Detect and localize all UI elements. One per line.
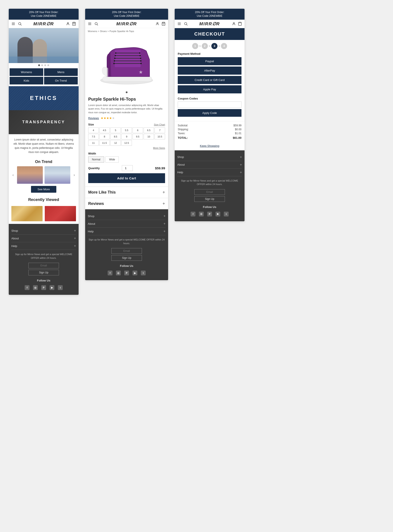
- cart-icon[interactable]: [72, 22, 76, 26]
- cart-icon-product[interactable]: [162, 22, 166, 26]
- apple-pay-btn[interactable]: Apple Pay: [178, 85, 241, 93]
- size-8-5[interactable]: 8.5: [110, 134, 121, 140]
- footer-about[interactable]: About +: [11, 235, 76, 242]
- recently-viewed-2[interactable]: [45, 206, 76, 221]
- youtube-icon-product[interactable]: ▶: [133, 271, 137, 275]
- size-9[interactable]: 9: [121, 134, 132, 140]
- dot-2[interactable]: [41, 64, 43, 66]
- footer-shop[interactable]: Shop +: [11, 227, 76, 235]
- size-6-5[interactable]: 6.5: [144, 127, 154, 133]
- recently-viewed-1[interactable]: [11, 206, 43, 221]
- youtube-icon-checkout[interactable]: ▶: [216, 212, 220, 217]
- hamburger-icon[interactable]: [11, 22, 15, 26]
- footer-email-checkout[interactable]: [194, 189, 225, 195]
- footer-signup-product[interactable]: Sign Up: [111, 255, 142, 261]
- cat-womens[interactable]: Womens: [10, 68, 43, 76]
- size-7[interactable]: 7: [155, 127, 165, 133]
- facebook-icon-checkout[interactable]: f: [191, 212, 195, 217]
- instagram-icon[interactable]: ◎: [33, 285, 38, 290]
- twitter-icon[interactable]: t: [58, 285, 63, 290]
- breadcrumb[interactable]: Womens > Shoes > Purple Sparkle Hi-Tops: [85, 28, 168, 33]
- follow-us-label: Follow Us: [11, 278, 76, 283]
- logo-product[interactable]: MIRR∅R: [116, 21, 137, 26]
- footer-email-input[interactable]: [28, 263, 59, 268]
- footer-help[interactable]: Help +: [11, 242, 76, 250]
- footer-help-checkout[interactable]: Help +: [177, 169, 242, 176]
- size-4[interactable]: 4: [88, 127, 99, 133]
- reviews-section[interactable]: Reviews +: [85, 198, 168, 209]
- cat-mens[interactable]: Mens: [44, 68, 78, 76]
- twitter-icon-checkout[interactable]: t: [224, 212, 229, 217]
- footer-signup-btn[interactable]: Sign Up: [28, 270, 59, 275]
- product-dot-1[interactable]: [126, 92, 128, 93]
- dot-3[interactable]: [44, 64, 46, 66]
- dot-4[interactable]: [47, 64, 49, 66]
- logo-home[interactable]: MIRR∅R: [33, 21, 54, 26]
- more-sizes-link[interactable]: More Sizes: [88, 147, 165, 149]
- credit-card-btn[interactable]: Credit Card or Gift Card: [178, 76, 241, 84]
- step-4[interactable]: 4: [221, 43, 227, 49]
- apply-code-btn[interactable]: Apply Code: [178, 109, 241, 117]
- size-10-5[interactable]: 10.5: [155, 134, 165, 140]
- twitter-icon-product[interactable]: t: [141, 271, 146, 275]
- instagram-icon-product[interactable]: ◎: [116, 271, 121, 275]
- quantity-input[interactable]: [122, 165, 133, 171]
- step-2[interactable]: 2: [202, 43, 208, 49]
- size-12-5[interactable]: 12.5: [121, 140, 132, 146]
- slider-prev[interactable]: ‹: [10, 172, 16, 178]
- logo-checkout[interactable]: MIRR∅R: [199, 21, 220, 26]
- facebook-icon-product[interactable]: f: [108, 271, 113, 275]
- dot-1[interactable]: [38, 64, 40, 66]
- youtube-icon[interactable]: ▶: [49, 285, 54, 290]
- keep-shopping[interactable]: Keep Shopping: [175, 142, 245, 150]
- width-wide[interactable]: Wide: [105, 156, 119, 163]
- pinterest-icon-checkout[interactable]: P: [207, 212, 212, 217]
- step-3[interactable]: 3: [211, 43, 217, 49]
- size-5[interactable]: 5: [110, 127, 121, 133]
- size-chart-link[interactable]: Size Chart: [154, 123, 165, 126]
- coupon-input[interactable]: [178, 102, 241, 108]
- step-1[interactable]: 1: [192, 43, 198, 49]
- account-icon[interactable]: [66, 22, 70, 26]
- hamburger-icon-product[interactable]: [88, 22, 92, 26]
- footer-about-checkout[interactable]: About +: [177, 161, 242, 169]
- search-icon-product[interactable]: [94, 22, 98, 26]
- paypal-btn[interactable]: Paypal: [178, 57, 241, 65]
- size-12[interactable]: 12: [110, 140, 121, 146]
- search-icon[interactable]: [18, 22, 22, 26]
- bag-icon-checkout[interactable]: [238, 22, 242, 26]
- size-9-5[interactable]: 9.5: [133, 134, 143, 140]
- cat-on-trend[interactable]: On Trend: [44, 77, 78, 84]
- size-8[interactable]: 8: [99, 134, 110, 140]
- hamburger-icon-checkout[interactable]: [177, 22, 181, 26]
- see-more-button[interactable]: See More: [31, 186, 56, 193]
- reviews-link[interactable]: Reviews: [88, 116, 99, 120]
- pinterest-icon-product[interactable]: P: [124, 271, 129, 275]
- search-icon-checkout[interactable]: [184, 22, 188, 26]
- footer-email-product[interactable]: [111, 248, 142, 254]
- instagram-icon-checkout[interactable]: ◎: [199, 212, 204, 217]
- footer-shop-product[interactable]: Shop +: [88, 212, 166, 220]
- facebook-icon[interactable]: f: [25, 285, 29, 290]
- add-to-cart-button[interactable]: Add to Cart: [88, 173, 165, 183]
- account-icon-checkout[interactable]: [232, 22, 236, 26]
- pinterest-icon[interactable]: P: [41, 285, 46, 290]
- footer-help-product[interactable]: Help +: [88, 227, 166, 235]
- size-4-5[interactable]: 4.5: [99, 127, 110, 133]
- footer-shop-checkout[interactable]: Shop +: [177, 153, 242, 161]
- size-10[interactable]: 10: [144, 134, 154, 140]
- keep-shopping-link[interactable]: Keep Shopping: [200, 144, 219, 148]
- size-11[interactable]: 11: [88, 140, 99, 146]
- size-5-5[interactable]: 5.5: [121, 127, 132, 133]
- more-like-this-section[interactable]: More Like This +: [85, 187, 168, 198]
- width-normal[interactable]: Normal: [88, 156, 104, 163]
- footer-signup-checkout[interactable]: Sign Up: [194, 196, 225, 202]
- cat-kids[interactable]: Kids: [10, 77, 43, 84]
- afterpay-btn[interactable]: AfterPay: [178, 67, 241, 75]
- size-6[interactable]: 6: [133, 127, 143, 133]
- size-7-5[interactable]: 7.5: [88, 134, 99, 140]
- account-icon-product[interactable]: [155, 22, 159, 26]
- slider-next[interactable]: ›: [72, 172, 77, 178]
- size-11-5[interactable]: 11.5: [99, 140, 110, 146]
- footer-about-product[interactable]: About +: [88, 220, 166, 227]
